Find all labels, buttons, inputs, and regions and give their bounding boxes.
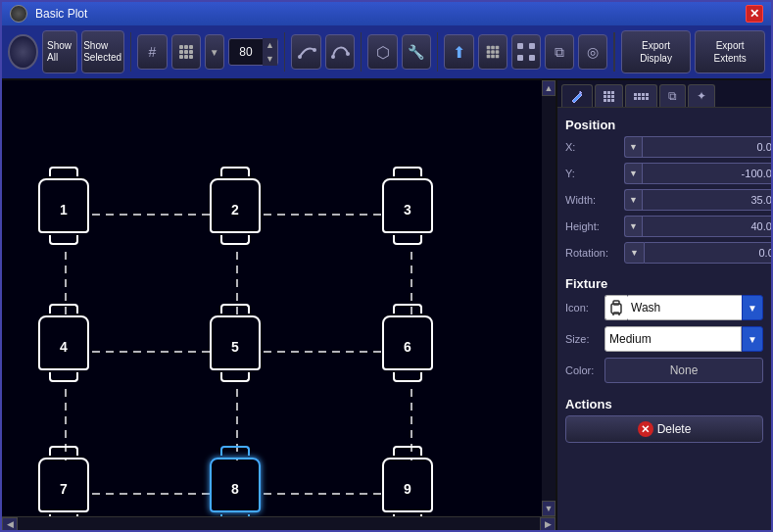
focus-icon: ◎ [587,44,599,60]
size-row: Size: Medium ▼ [565,326,763,352]
close-button[interactable]: ✕ [746,5,763,23]
zoom-down-button[interactable]: ▼ [263,52,277,66]
array-button[interactable] [478,34,507,70]
wash-icon [609,300,623,315]
scroll-up-button[interactable]: ▲ [542,80,556,96]
export-extents-button[interactable]: Export Extents [695,30,765,73]
rotation-down-button[interactable]: ▼ [624,242,645,264]
height-dropdown-button[interactable]: ▼ [624,216,642,237]
connection-lines [2,80,542,516]
fixture-3[interactable]: 3 [382,178,433,233]
matrix-icon [634,93,649,100]
fixture-2-bottom [220,235,250,245]
fixture-5[interactable]: 5 [210,315,261,370]
import-button[interactable]: ⬡ [367,34,397,70]
tab-copy[interactable]: ⧉ [659,84,686,107]
scroll-left-button[interactable]: ◀ [2,517,18,531]
tab-grid[interactable] [595,84,623,107]
size-input-group: Medium ▼ [604,326,763,352]
fixture-4-bottom [49,372,78,382]
app-icon [10,5,27,23]
fixture-4[interactable]: 4 [38,315,89,370]
delete-label: Delete [657,422,692,436]
rotation-label: Rotation: [565,247,624,259]
x-input[interactable] [642,136,771,158]
scroll-down-button[interactable]: ▼ [542,501,556,516]
fixture-1-bottom [49,235,78,245]
separator-2 [284,32,286,72]
export-button[interactable]: 🔧 [402,34,431,70]
bezier-icon [330,42,350,62]
icon-input-group: Wash ▼ [604,295,763,320]
fixture-3-number: 3 [404,202,411,218]
separator-1 [130,32,132,72]
y-input-group: ▼ ▲ [624,163,771,184]
fixture-3-top [393,167,422,176]
y-row: Y: ▼ ▲ [565,163,763,184]
position-title: Position [565,118,763,132]
width-dropdown-button[interactable]: ▼ [624,189,642,211]
y-dropdown-button[interactable]: ▼ [624,163,642,184]
color-button[interactable]: None [604,358,763,383]
fixture-7-body: 7 [38,458,89,512]
height-input[interactable] [642,216,771,237]
scatter-button[interactable] [511,34,541,70]
fixture-9[interactable]: 9 [382,458,433,512]
layers-button[interactable]: ⧉ [545,34,574,70]
color-row: Color: None [565,358,763,383]
import-icon: ⬡ [376,43,390,62]
move-button[interactable]: ⬆ [444,34,473,70]
scroll-track-v [542,96,556,501]
fixture-8[interactable]: 8 [210,458,261,512]
width-row: Width: ▼ ▲ [565,189,763,211]
x-row: X: ▼ ▲ [565,136,763,158]
fixture-9-body: 9 [382,458,433,512]
fixture-2[interactable]: 2 [210,178,261,233]
fixture-4-body: 4 [38,315,89,370]
width-input[interactable] [642,189,771,211]
fixture-6[interactable]: 6 [382,315,433,370]
tool-circle[interactable] [8,34,38,70]
fixture-1-number: 1 [60,202,68,218]
actions-section: Actions ✕ Delete [565,395,763,443]
fixture-9-top [393,446,422,456]
curve-tool-button[interactable] [291,34,320,70]
icon-dropdown-button[interactable]: ▼ [742,295,763,320]
actions-title: Actions [565,397,763,411]
export-display-button[interactable]: Export Display [621,30,691,73]
x-dropdown-button[interactable]: ▼ [624,136,642,158]
focus-button[interactable]: ◎ [578,34,607,70]
grid-button[interactable] [171,34,201,70]
bezier-tool-button[interactable] [325,34,355,70]
fixture-3-bottom [393,235,422,245]
zoom-up-button[interactable]: ▲ [263,38,277,52]
canvas[interactable]: 1 2 [2,80,542,516]
layers-icon: ⧉ [555,44,564,61]
show-selected-button[interactable]: ShowSelected [81,30,124,73]
scroll-right-button[interactable]: ▶ [540,517,556,531]
y-input[interactable] [642,163,771,184]
zoom-input-group[interactable]: ▲ ▼ [228,38,278,66]
zoom-input[interactable] [229,45,263,59]
v-scrollbar: ▲ ▼ [542,80,556,516]
fixture-5-number: 5 [231,339,239,355]
show-all-button[interactable]: ShowAll [42,30,77,73]
hash-button[interactable]: # [137,34,167,70]
tab-pencil[interactable] [561,84,593,107]
delete-button[interactable]: ✕ Delete [565,415,763,443]
dropdown-button[interactable]: ▼ [205,34,224,70]
icon-preview [604,295,627,320]
main-area: ▲ ▼ [2,80,771,530]
fixture-1[interactable]: 1 [38,178,89,233]
fixture-9-number: 9 [404,481,411,497]
scroll-track-h [18,517,540,530]
pencil-icon [570,89,584,103]
grid-icon [604,91,614,102]
separator-3 [361,32,362,72]
size-dropdown-button[interactable]: ▼ [742,326,763,352]
fixture-7[interactable]: 7 [38,458,89,512]
magic-icon: ✦ [697,89,706,103]
tab-magic[interactable]: ✦ [688,84,715,107]
tab-matrix[interactable] [625,84,657,107]
rotation-input[interactable] [645,242,771,264]
